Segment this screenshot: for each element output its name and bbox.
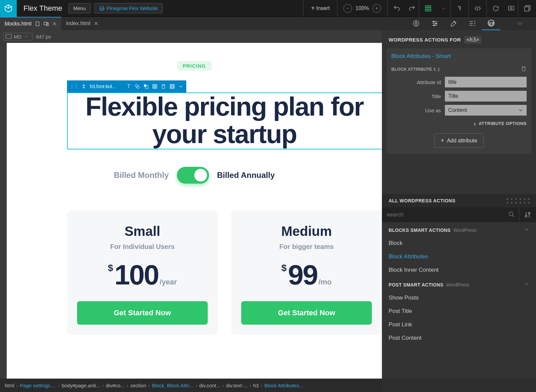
app-logo[interactable] xyxy=(0,0,17,17)
menu-button[interactable]: Menu xyxy=(68,3,91,13)
breadcrumb-separator: › xyxy=(102,383,104,388)
action-item[interactable]: Post Link xyxy=(382,318,536,331)
price-amount: 100 xyxy=(115,259,158,291)
grid-icon[interactable] xyxy=(152,84,157,89)
insert-button[interactable]: +Insert xyxy=(303,0,337,17)
page-headline[interactable]: Flexible pricing plan for your startup xyxy=(67,93,382,148)
panel-header: WORDPRESS ACTIONS FOR <h3> xyxy=(382,30,536,48)
action-item[interactable]: Post Title xyxy=(382,305,536,318)
breadcrumb-item[interactable]: Block, Block Attri... xyxy=(152,383,193,388)
zoom-controls: − 100% + xyxy=(337,0,387,17)
breadcrumb-item[interactable]: div.text-... xyxy=(226,383,248,388)
top-toolbar: Flex Theme Menu Pinegrow Flex Website +I… xyxy=(0,0,536,17)
action-item[interactable]: Block Inner Content xyxy=(382,263,536,277)
panel-tab-properties[interactable] xyxy=(425,17,444,30)
delete-attribute-button[interactable] xyxy=(521,66,527,73)
breadcrumb-separator: › xyxy=(196,383,197,388)
click-mode-button[interactable] xyxy=(450,0,468,17)
title-input[interactable] xyxy=(445,91,527,102)
duplicate-icon[interactable] xyxy=(135,84,140,89)
svg-point-10 xyxy=(433,21,434,22)
tab-blocks[interactable]: blocks.html ✕ xyxy=(0,17,61,30)
panel-tab-actions[interactable] xyxy=(463,17,482,30)
use-as-value: Content xyxy=(448,107,467,113)
visibility-toggle[interactable] xyxy=(511,17,529,30)
close-tab-icon[interactable]: ✕ xyxy=(94,20,98,27)
breadcrumb-separator: › xyxy=(261,383,262,388)
breadcrumb-item[interactable]: Block Attributes... xyxy=(264,383,303,388)
svg-point-14 xyxy=(519,23,521,24)
windows-button[interactable] xyxy=(518,0,536,17)
action-item[interactable]: Post Content xyxy=(382,331,536,345)
hatch-icon[interactable] xyxy=(170,84,175,89)
tab-index[interactable]: index.html ✕ xyxy=(61,17,103,30)
grid-toggle-button[interactable] xyxy=(419,0,437,17)
use-as-select[interactable]: Content xyxy=(445,105,527,116)
canvas-area: MD 947 px PRICING ⋮⋮ h3.font-bol... xyxy=(0,30,382,379)
breadcrumb-item[interactable]: div#co... xyxy=(106,383,125,388)
chevron-down-icon xyxy=(518,108,523,113)
breadcrumb-separator: › xyxy=(58,383,60,388)
selection-toolbar[interactable]: ⋮⋮ h3.font-bol... xyxy=(67,80,186,92)
plan-name: Small xyxy=(77,224,208,239)
search-input[interactable] xyxy=(382,207,504,222)
undo-button[interactable] xyxy=(387,0,405,17)
svg-point-22 xyxy=(509,212,513,216)
zoom-in-button[interactable]: + xyxy=(373,4,381,13)
breadcrumb-item[interactable]: h3 xyxy=(253,383,259,388)
breadcrumb-item[interactable]: Page settings.... xyxy=(20,383,56,388)
action-group-header[interactable]: POST SMART ACTIONSWordPress xyxy=(382,277,536,291)
add-attribute-button[interactable]: +Add attribute xyxy=(434,133,483,148)
attribute-options-toggle[interactable]: ATTRIBUTE OPTIONS xyxy=(391,120,527,127)
grid-dropdown[interactable] xyxy=(437,0,450,17)
breadcrumb: html›Page settings....›body#page.anti...… xyxy=(0,379,382,392)
text-edit-icon[interactable] xyxy=(126,84,131,89)
wordpress-site-link[interactable]: Pinegrow Flex Website xyxy=(94,3,163,13)
panel-tab-styles[interactable] xyxy=(444,17,463,30)
action-item[interactable]: Block xyxy=(382,237,536,250)
refresh-button[interactable] xyxy=(486,0,505,17)
price-period: /year xyxy=(160,278,177,286)
get-started-button[interactable]: Get Started Now xyxy=(77,301,208,325)
device-icon xyxy=(6,34,12,39)
all-actions-header: ALL WORDPRESS ACTIONS ● ● ● ● ● ●● ● ● ●… xyxy=(382,194,536,207)
breadcrumb-item[interactable]: body#page.anti... xyxy=(62,383,100,388)
wordpress-site-label: Pinegrow Flex Website xyxy=(107,5,158,11)
action-item[interactable]: Block Attributes xyxy=(382,250,536,263)
sort-icon[interactable]: ▴▾ xyxy=(438,67,440,72)
tools-icon[interactable] xyxy=(519,207,536,222)
expand-icon[interactable] xyxy=(81,84,86,89)
copy-icon[interactable] xyxy=(143,84,149,89)
get-started-button[interactable]: Get Started Now xyxy=(241,301,372,325)
billing-toggle[interactable] xyxy=(177,167,209,184)
code-view-button[interactable] xyxy=(468,0,486,17)
svg-point-9 xyxy=(415,22,417,24)
close-tab-icon[interactable]: ✕ xyxy=(52,21,57,27)
attr-id-input[interactable] xyxy=(445,77,527,87)
breakpoint-selector[interactable]: MD xyxy=(3,33,32,41)
breadcrumb-item[interactable]: div.cont... xyxy=(199,383,220,388)
panel-header-tag: <h3> xyxy=(464,36,481,44)
preview-button[interactable] xyxy=(505,0,518,17)
redo-button[interactable] xyxy=(405,0,419,17)
canvas-viewport[interactable]: PRICING ⋮⋮ h3.font-bol... Flexible prici… xyxy=(7,43,382,379)
drag-handle-icon[interactable]: ⋮⋮ xyxy=(70,84,78,89)
currency: $ xyxy=(108,263,113,273)
all-actions-label: ALL WORDPRESS ACTIONS xyxy=(389,198,456,203)
svg-rect-15 xyxy=(6,35,12,39)
breadcrumb-item[interactable]: section xyxy=(130,383,146,388)
drag-dots-icon[interactable]: ● ● ● ● ● ●● ● ● ● ● ● xyxy=(507,197,531,204)
panel-tab-preview[interactable] xyxy=(407,17,425,30)
zoom-out-button[interactable]: − xyxy=(343,4,352,13)
zoom-value[interactable]: 100% xyxy=(355,5,369,11)
trash-icon[interactable] xyxy=(161,84,166,89)
action-group-header[interactable]: BLOCKS SMART ACTIONSWordPress xyxy=(382,222,536,237)
price-period: /mo xyxy=(319,278,332,286)
search-icon[interactable] xyxy=(504,211,519,219)
card-title[interactable]: Block Attributes - Smart xyxy=(391,53,527,60)
action-item[interactable]: Show Posts xyxy=(382,291,536,305)
breadcrumb-item[interactable]: html xyxy=(5,383,14,388)
chevron-down-icon[interactable] xyxy=(178,84,184,89)
panel-tab-wordpress[interactable] xyxy=(482,17,500,30)
device-icon xyxy=(35,21,40,26)
